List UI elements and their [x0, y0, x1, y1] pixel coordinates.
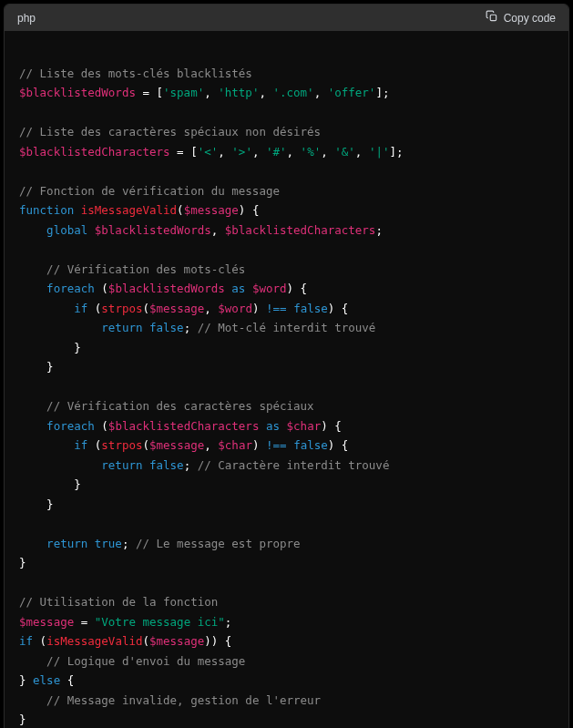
bool: false [293, 438, 328, 452]
comment: // Message invalide, gestion de l'erreur [46, 693, 321, 707]
var: $blacklistedWords [108, 282, 225, 295]
var: $message [149, 438, 204, 452]
var: $message [184, 203, 239, 217]
code-body[interactable]: // Liste des mots-clés blacklistés $blac… [5, 31, 568, 728]
str: '>' [231, 145, 252, 159]
str: '.com' [272, 86, 313, 99]
bool: false [149, 321, 184, 334]
var: $message [149, 634, 204, 648]
svg-rect-0 [490, 15, 496, 20]
kw: else [33, 673, 60, 687]
var: $char [218, 438, 252, 452]
fn: isMessageValid [46, 634, 142, 648]
copy-code-button[interactable]: Copy code [486, 10, 556, 26]
fn: strpos [101, 302, 142, 315]
str: '#' [266, 145, 287, 159]
comment: // Mot-clé interdit trouvé [198, 321, 376, 334]
var: $message [149, 302, 204, 315]
code-block: php Copy code // Liste des mots-clés bla… [4, 4, 569, 728]
comment: // Liste des mots-clés blacklistés [19, 67, 252, 80]
copy-code-label: Copy code [504, 12, 556, 25]
var: $char [287, 419, 322, 433]
bool: false [149, 458, 184, 472]
op: !== [266, 302, 287, 315]
var: $blacklistedWords [19, 86, 136, 99]
var: $blacklistedCharacters [108, 419, 260, 433]
comment: // Vérification des mots-clés [46, 262, 245, 276]
comment: // Le message est propre [136, 537, 301, 550]
code-header: php Copy code [5, 5, 568, 31]
comment: // Vérification des caractères spéciaux [46, 399, 314, 413]
bool: false [293, 302, 328, 315]
fn: isMessageValid [81, 203, 177, 217]
kw: if [74, 438, 87, 452]
kw: as [266, 419, 280, 433]
kw: function [19, 203, 74, 217]
fn: strpos [101, 438, 142, 452]
kw: if [19, 634, 33, 648]
str: '<' [198, 145, 219, 159]
str: 'offer' [328, 86, 376, 99]
kw: if [74, 302, 87, 315]
var: $word [252, 282, 287, 295]
kw: return [101, 321, 142, 334]
kw: return [46, 537, 87, 550]
op: !== [266, 438, 287, 452]
comment: // Utilisation de la fonction [19, 595, 218, 609]
str: "Votre message ici" [95, 615, 225, 629]
kw: global [46, 223, 87, 237]
str: '&' [334, 145, 355, 159]
comment: // Caractère interdit trouvé [198, 458, 390, 472]
comment: // Liste des caractères spéciaux non dés… [19, 125, 321, 138]
comment: // Fonction de vérification du message [19, 184, 280, 198]
bool: true [95, 537, 122, 550]
str: '%' [301, 145, 322, 159]
kw: foreach [46, 419, 95, 433]
clipboard-icon [486, 10, 498, 26]
var: $word [218, 302, 252, 315]
kw: return [101, 458, 142, 472]
kw: foreach [46, 282, 95, 295]
str: '|' [369, 145, 390, 159]
language-label: php [17, 12, 36, 25]
comment: // Logique d'envoi du message [46, 654, 245, 668]
var: $message [19, 615, 74, 629]
var: $blacklistedCharacters [19, 145, 170, 159]
var: $blacklistedWords [95, 223, 211, 237]
var: $blacklistedCharacters [225, 223, 376, 237]
str: 'http' [218, 86, 259, 99]
kw: as [231, 282, 245, 295]
str: 'spam' [163, 86, 204, 99]
